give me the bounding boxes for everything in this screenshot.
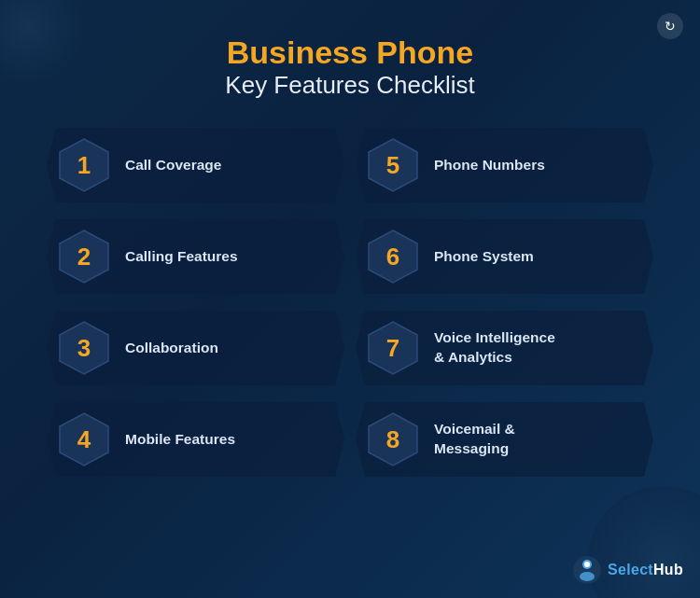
item-label: Collaboration xyxy=(125,339,218,358)
selecthub-label: SelectHub xyxy=(608,562,683,578)
item-label: Mobile Features xyxy=(125,430,235,450)
select-text: Select xyxy=(608,562,653,577)
hex-badge: 7 xyxy=(365,320,421,376)
selecthub-logo-icon xyxy=(572,555,602,585)
list-item: 6 Phone System xyxy=(356,219,653,294)
list-item: 3 Collaboration xyxy=(47,311,344,385)
list-item: 2 Calling Features xyxy=(47,219,344,294)
item-background: 7 Voice Intelligence & Analytics xyxy=(356,311,653,385)
item-number: 6 xyxy=(386,244,399,269)
svg-point-11 xyxy=(584,562,590,567)
list-item: 1 Call Coverage xyxy=(47,128,344,202)
item-background: 2 Calling Features xyxy=(47,219,344,294)
item-label: Voice Intelligence & Analytics xyxy=(434,328,555,368)
item-background: 5 Phone Numbers xyxy=(356,128,653,202)
item-number: 1 xyxy=(77,153,91,177)
refresh-icon[interactable]: ↻ xyxy=(657,13,683,39)
svg-point-10 xyxy=(580,572,595,581)
list-item: 4 Mobile Features xyxy=(47,402,344,477)
hex-badge: 2 xyxy=(56,229,112,285)
item-number: 5 xyxy=(386,153,399,177)
item-label: Call Coverage xyxy=(125,156,221,175)
hex-badge: 6 xyxy=(365,229,421,285)
item-background: 8 Voicemail & Messaging xyxy=(356,402,653,477)
item-number: 3 xyxy=(77,336,91,360)
main-title-bold: Business Phone xyxy=(0,35,700,70)
item-background: 6 Phone System xyxy=(356,219,653,294)
main-title-sub: Key Features Checklist xyxy=(0,70,700,102)
item-number: 8 xyxy=(386,427,399,452)
hex-badge: 3 xyxy=(56,320,112,376)
item-background: 4 Mobile Features xyxy=(47,402,344,477)
list-item: 5 Phone Numbers xyxy=(356,128,653,202)
features-grid: 1 Call Coverage 5 Phone Numbers 2 Callin… xyxy=(0,118,700,486)
item-number: 4 xyxy=(77,427,91,452)
item-label: Calling Features xyxy=(125,247,238,267)
hex-badge: 8 xyxy=(365,411,421,467)
item-label: Phone Numbers xyxy=(434,156,545,175)
item-number: 2 xyxy=(77,244,91,269)
hex-badge: 4 xyxy=(56,411,112,467)
item-background: 3 Collaboration xyxy=(47,311,344,385)
hex-badge: 1 xyxy=(56,137,112,193)
selecthub-brand: SelectHub xyxy=(572,555,683,585)
item-background: 1 Call Coverage xyxy=(47,128,344,202)
item-label: Voicemail & Messaging xyxy=(434,420,515,459)
list-item: 8 Voicemail & Messaging xyxy=(356,402,653,477)
item-label: Phone System xyxy=(434,247,534,267)
hex-badge: 5 xyxy=(365,137,421,193)
list-item: 7 Voice Intelligence & Analytics xyxy=(356,311,653,385)
item-number: 7 xyxy=(386,336,399,360)
header: Business Phone Key Features Checklist xyxy=(0,0,700,118)
hub-text: Hub xyxy=(653,562,683,577)
